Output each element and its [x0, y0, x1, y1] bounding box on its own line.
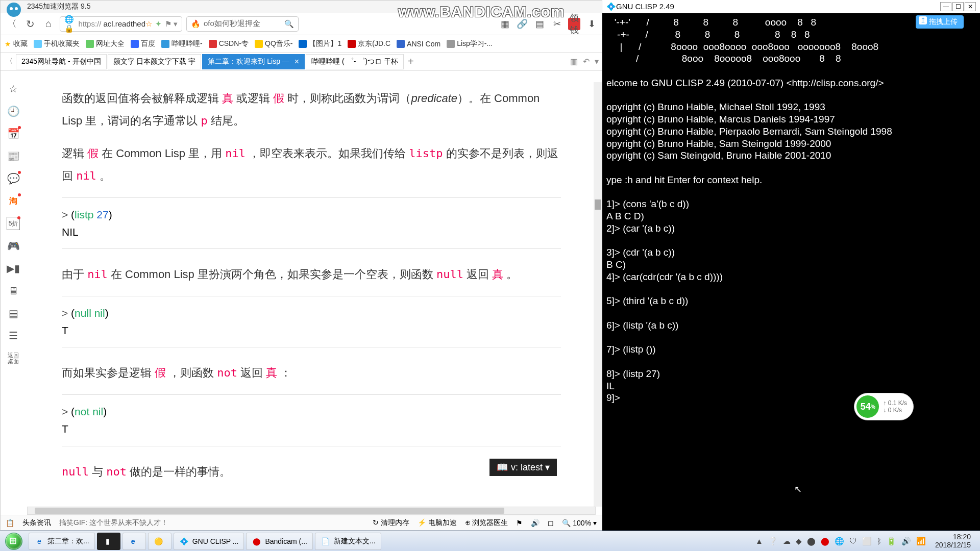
- tray-icon[interactable]: ◆: [796, 537, 802, 546]
- download-icon[interactable]: ⬇: [585, 18, 598, 30]
- maximize-button[interactable]: ☐: [952, 2, 964, 11]
- tab[interactable]: 颜文字 日本颜文字下载 宇: [108, 54, 202, 69]
- terminal-body[interactable]: '-+-' / 8 8 8 oooo 8 8 -+- / 8 8 8 8 8 8…: [602, 13, 980, 407]
- rail-desktop-icon[interactable]: 返回桌面: [7, 352, 20, 365]
- tray-volume-icon[interactable]: 🔊: [901, 537, 911, 546]
- bookmarks-toggle[interactable]: ★收藏: [5, 39, 28, 48]
- bookmark-item[interactable]: 哔哩哔哩-: [161, 39, 203, 48]
- bookmark-item[interactable]: 京东(JD.C: [348, 39, 390, 48]
- upload-pill[interactable]: 拖拽上传: [916, 15, 964, 29]
- url-ext1-icon[interactable]: ✦: [155, 19, 162, 29]
- close-button[interactable]: ✕: [965, 2, 976, 11]
- rail-list-icon[interactable]: ☰: [7, 329, 20, 342]
- status-window-icon[interactable]: ◻: [548, 519, 554, 527]
- bookmark-item[interactable]: 【图片】1: [299, 39, 341, 48]
- rail-monitor-icon[interactable]: 🖥: [7, 284, 20, 297]
- taskbar-item-chrome[interactable]: 🟡: [148, 533, 172, 550]
- tab-dropdown-icon[interactable]: ▾: [595, 57, 599, 66]
- terminal-titlebar: 💠 GNU CLISP 2.49 — ☐ ✕: [602, 0, 980, 13]
- status-clean[interactable]: ↻ 清理内存: [373, 518, 409, 528]
- tray-icon[interactable]: 🛡: [849, 537, 857, 545]
- system-tray: ▲ ❔ ☁ ◆ ⬤ ⬤ 🌐 🛡 ⬜ ᛒ 🔋 🔊 📶 18:20 2018/12/…: [750, 533, 980, 549]
- tab-active[interactable]: 第二章：欢迎来到 Lisp —×: [202, 54, 305, 69]
- status-news-icon[interactable]: 📋: [6, 519, 14, 527]
- paragraph: 由于 nil 在 Common Lisp 里扮演两个角色，如果实参是一个空表，则…: [62, 263, 561, 286]
- taskbar-clock[interactable]: 18:20 2018/12/15: [931, 533, 975, 549]
- tray-icon[interactable]: ⬜: [862, 537, 872, 546]
- tray-icon[interactable]: ⬤: [821, 537, 829, 546]
- taskbar-item-cmd[interactable]: ▮: [97, 533, 120, 550]
- taskbar-item-notepad[interactable]: 📄新建文本文...: [315, 533, 381, 550]
- status-zoom[interactable]: 🔍 100% ▾: [562, 519, 597, 527]
- terminal-window: 💠 GNU CLISP 2.49 — ☐ ✕ '-+-' / 8 8 8 ooo…: [602, 0, 980, 531]
- search-input[interactable]: 🔥 ofo如何秒退押金 🔍: [186, 16, 299, 32]
- mouse-cursor-icon: ↖: [794, 484, 802, 495]
- status-sound-icon[interactable]: 🔊: [531, 519, 540, 527]
- rail-star-icon[interactable]: ☆: [7, 82, 20, 95]
- tray-icon[interactable]: ▲: [755, 537, 763, 545]
- reload-button[interactable]: ↻: [23, 17, 37, 31]
- horizontal-scrollbar[interactable]: [27, 507, 596, 515]
- taskbar-item[interactable]: e第二章：欢...: [29, 533, 95, 550]
- tab-menu-icon[interactable]: ▥: [570, 57, 578, 66]
- bookmark-item[interactable]: QQ音乐-: [255, 39, 292, 48]
- rail-taobao-icon[interactable]: 淘: [7, 194, 20, 208]
- vertical-scrollbar[interactable]: [594, 82, 602, 507]
- search-icon[interactable]: 🔍: [284, 19, 294, 29]
- status-doctor[interactable]: ⊕ 浏览器医生: [465, 518, 508, 528]
- tray-icon[interactable]: 🌐: [835, 537, 844, 546]
- taskbar-item-ie[interactable]: e: [122, 533, 146, 550]
- tab[interactable]: 哔哩哔哩 ( ゜- ゜)つロ 干杯: [306, 54, 404, 69]
- tray-icon[interactable]: ❔: [768, 537, 778, 546]
- rail-history-icon[interactable]: 🕘: [7, 105, 20, 118]
- tray-bluetooth-icon[interactable]: ᛒ: [877, 537, 881, 545]
- paragraph: 函数的返回值将会被解释成逻辑 真 或逻辑 假 时，则称此函数为谓词（predic…: [62, 87, 561, 132]
- url-star-icon[interactable]: ☆: [145, 19, 152, 29]
- status-boost[interactable]: ⚡ 电脑加速: [418, 518, 457, 528]
- url-dropdown-icon[interactable]: ▾: [174, 19, 178, 29]
- rail-sale-icon[interactable]: 5折: [7, 217, 20, 230]
- rail-wechat-icon[interactable]: 💬: [7, 172, 20, 185]
- bookmark-item[interactable]: 手机收藏夹: [34, 39, 80, 48]
- bookmark-item[interactable]: 网址大全: [86, 39, 125, 48]
- taskbar-item-bandicam[interactable]: ⬤Bandicam (...: [246, 533, 312, 550]
- bookmark-item[interactable]: 百度: [131, 39, 155, 48]
- version-badge[interactable]: 📖 v: latest ▾: [489, 459, 557, 476]
- rail-news-icon[interactable]: 📰: [7, 149, 20, 163]
- rail-calendar-icon[interactable]: 📅: [7, 127, 20, 140]
- tab[interactable]: 2345网址导航 - 开创中国: [16, 54, 107, 69]
- network-widget[interactable]: 54% ↑ 0.1 K/s ↓ 0 K/s: [854, 393, 914, 420]
- url-text: acl.readthed: [103, 19, 145, 28]
- rail-video-icon[interactable]: ▶▮: [7, 262, 20, 275]
- tab-close-icon[interactable]: ×: [295, 57, 299, 66]
- browser-window: 2345加速浏览器 9.5 〈 ↻ ⌂ 🌐 🔒 https:// acl.rea…: [0, 0, 602, 531]
- rail-calc-icon[interactable]: ▤: [7, 307, 20, 320]
- status-flag-icon[interactable]: ⚑: [516, 519, 523, 527]
- code-block: > (listp 27) NIL: [62, 197, 561, 249]
- url-flag-icon[interactable]: ⚑: [165, 19, 172, 29]
- tab-strip: 〈 2345网址导航 - 开创中国 颜文字 日本颜文字下载 宇 第二章：欢迎来到…: [1, 53, 602, 71]
- tray-icon[interactable]: ⬤: [807, 537, 816, 546]
- status-left2[interactable]: 搞笑GIF: 这个世界从来不缺人才！: [59, 518, 168, 528]
- start-button[interactable]: [0, 531, 28, 552]
- home-button[interactable]: ⌂: [41, 17, 56, 31]
- bookmark-item[interactable]: ANSI Com: [397, 40, 440, 48]
- status-left1[interactable]: 头条资讯: [22, 518, 51, 528]
- tab-scroll-left[interactable]: 〈: [4, 56, 15, 67]
- new-tab-button[interactable]: +: [405, 56, 417, 67]
- tray-icon[interactable]: ☁: [783, 537, 791, 546]
- bookmark-item[interactable]: CSDN-专: [209, 39, 249, 48]
- back-button[interactable]: 〈: [5, 17, 19, 31]
- code-block: > (not nil) T: [62, 394, 561, 446]
- net-up: ↑ 0.1 K/s: [883, 399, 907, 407]
- url-prefix: https://: [78, 19, 101, 28]
- bonus-button[interactable]: 领钱: [568, 18, 580, 30]
- tray-wifi-icon[interactable]: 📶: [916, 537, 926, 546]
- minimize-button[interactable]: —: [940, 2, 951, 11]
- tray-battery-icon[interactable]: 🔋: [887, 537, 896, 546]
- bookmark-item[interactable]: Lisp学习-...: [447, 39, 493, 48]
- taskbar-item-clisp[interactable]: 💠GNU CLISP ...: [174, 533, 244, 550]
- undo-close-icon[interactable]: ↶: [583, 57, 590, 66]
- url-input[interactable]: 🌐 🔒 https:// acl.readthed ☆ ✦ ⚑ ▾: [60, 16, 182, 32]
- rail-game-icon[interactable]: 🎮: [7, 239, 20, 253]
